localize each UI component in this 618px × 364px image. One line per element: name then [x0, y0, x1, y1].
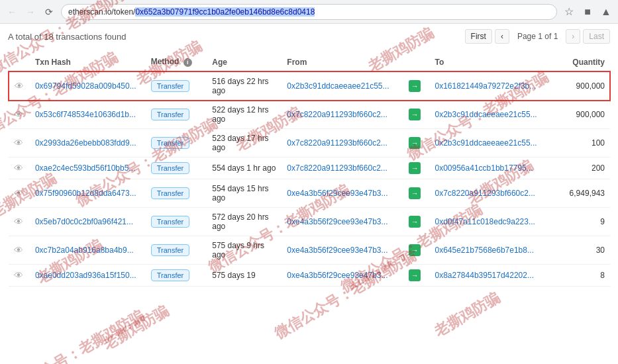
- table-row: 👁 0x5eb7d0c0c2bf0a96f421... Transfer 572…: [9, 208, 610, 236]
- txn-hash-link[interactable]: 0xae0dd203ad936a15f150...: [35, 271, 136, 280]
- age-cell: 572 days 20 hrs ago: [207, 208, 282, 236]
- to-cell: 0xd0f47a11c018edc9a223...: [429, 208, 548, 236]
- method-badge: Transfer: [151, 109, 190, 120]
- age-cell: 575 days 19: [207, 265, 282, 287]
- transactions-table: Txn Hash Method i Age From To Quantity 👁…: [8, 53, 610, 287]
- eye-icon[interactable]: 👁: [15, 81, 24, 91]
- quantity-cell: 6,949,943: [548, 179, 610, 208]
- reload-button[interactable]: ⟳: [42, 5, 56, 19]
- txn-hash-link[interactable]: 0x53c6f748534e10636d1b...: [35, 110, 136, 119]
- from-cell: 0x2b3c91ddcaeeaee21c55...: [282, 71, 401, 101]
- txn-hash-link[interactable]: 0x2993da26ebebb083fdd9...: [35, 138, 136, 148]
- age-cell: 522 days 12 hrs ago: [207, 101, 282, 129]
- to-link[interactable]: 0x2b3c91ddcaeeaee21c55...: [435, 110, 537, 119]
- from-link[interactable]: 0xe4a3b56f29cee93e47b3...: [287, 217, 387, 226]
- bookmark-button[interactable]: ☆: [562, 5, 576, 19]
- back-button[interactable]: ←: [5, 5, 19, 19]
- quantity-value: 8: [600, 271, 605, 280]
- from-link[interactable]: 0x7c8220a911293bf660c2...: [287, 163, 387, 173]
- method-badge: Transfer: [151, 269, 190, 281]
- to-cell: 0x161821449a79272e2f3b...: [429, 71, 548, 101]
- eye-icon[interactable]: 👁: [14, 188, 23, 199]
- to-link[interactable]: 0x645e21b7568e6b7e1b8...: [435, 246, 533, 255]
- quantity-value: 30: [596, 246, 605, 255]
- txn-hash-link[interactable]: 0xc7b2a04ab916a8ba4b9...: [35, 246, 134, 255]
- age-text: 516 days 22 hrs ago: [212, 77, 268, 95]
- age-text: 575 days 19: [212, 271, 255, 280]
- eye-cell: 👁: [9, 129, 30, 158]
- from-cell: 0x7c8220a911293bf660c2...: [282, 101, 401, 129]
- watermark: 老撕鸡防骗: [99, 301, 172, 355]
- extensions-button[interactable]: ■: [581, 5, 594, 19]
- first-page-button[interactable]: First: [465, 29, 492, 44]
- to-link[interactable]: 0x7c8220a911293bf660c2...: [435, 189, 535, 198]
- method-badge: Transfer: [151, 80, 190, 92]
- prev-page-button[interactable]: ‹: [495, 29, 509, 44]
- txn-hash-cell: 0xae2c4ec593bd56f10bb5...: [30, 158, 146, 179]
- from-link[interactable]: 0xe4a3b56f29cee93e47b3...: [287, 271, 387, 280]
- from-link[interactable]: 0x7c8220a911293bf660c2...: [287, 110, 387, 119]
- method-badge: Transfer: [151, 162, 190, 174]
- address-bar[interactable]: etherscan.io/token/0x652a3b07971f9cc1b0a…: [61, 4, 557, 20]
- next-page-button[interactable]: ›: [566, 29, 580, 44]
- txn-hash-link[interactable]: 0x75f90960b12d8dda6473...: [35, 189, 136, 198]
- from-link[interactable]: 0xe4a3b56f29cee93e47b3...: [287, 246, 387, 255]
- to-link[interactable]: 0x00956a41ccb1bb17795...: [435, 163, 533, 173]
- col-to: To: [429, 53, 548, 71]
- txn-hash-link[interactable]: 0x5eb7d0c0c2bf0a96f421...: [35, 217, 133, 226]
- arrow-icon: →: [409, 162, 421, 174]
- to-link[interactable]: 0x2b3c91ddcaeeaee21c55...: [435, 138, 537, 148]
- method-cell: Transfer: [146, 179, 207, 208]
- table-row: 👁 0x75f90960b12d8dda6473... Transfer 554…: [9, 179, 610, 208]
- txn-hash-link[interactable]: 0x69794fd59028a009b450...: [35, 81, 136, 91]
- age-text: 575 days 9 hrs ago: [212, 241, 264, 259]
- eye-icon[interactable]: 👁: [14, 163, 23, 173]
- eye-cell: 👁: [9, 208, 30, 236]
- col-arrow: [401, 53, 429, 71]
- to-link[interactable]: 0x161821449a79272e2f3b...: [435, 81, 536, 91]
- arrow-icon: →: [409, 187, 421, 199]
- col-method: Method i: [146, 53, 207, 71]
- eye-icon[interactable]: 👁: [14, 138, 23, 148]
- forward-button[interactable]: →: [24, 5, 37, 19]
- eye-icon[interactable]: 👁: [14, 109, 23, 120]
- txn-hash-cell: 0x69794fd59028a009b450...: [30, 71, 146, 101]
- to-link[interactable]: 0x8a27844b39517d42202...: [435, 271, 533, 280]
- from-link[interactable]: 0x7c8220a911293bf660c2...: [287, 138, 387, 148]
- eye-cell: 👁: [9, 265, 30, 287]
- from-cell: 0x7c8220a911293bf660c2...: [282, 158, 401, 179]
- quantity-cell: 30: [548, 236, 610, 265]
- profile-button[interactable]: ▲: [599, 5, 613, 19]
- to-link[interactable]: 0xd0f47a11c018edc9a223...: [435, 217, 535, 226]
- arrow-cell: →: [401, 179, 429, 208]
- last-page-button[interactable]: Last: [583, 29, 610, 44]
- method-cell: Transfer: [146, 265, 207, 287]
- method-info-icon[interactable]: i: [183, 58, 192, 67]
- arrow-icon: →: [409, 269, 421, 281]
- eye-icon[interactable]: 👁: [14, 245, 23, 255]
- to-cell: 0x2b3c91ddcaeeaee21c55...: [429, 129, 548, 158]
- from-cell: 0x7c8220a911293bf660c2...: [282, 129, 401, 158]
- col-from: From: [282, 53, 401, 71]
- quantity-cell: 9: [548, 208, 610, 236]
- to-cell: 0x8a27844b39517d42202...: [429, 265, 548, 287]
- quantity-value: 900,000: [576, 81, 605, 91]
- table-header-row: Txn Hash Method i Age From To Quantity: [9, 53, 610, 71]
- arrow-cell: →: [401, 71, 429, 101]
- txn-hash-link[interactable]: 0xae2c4ec593bd56f10bb5...: [35, 163, 135, 173]
- col-quantity: Quantity: [548, 53, 610, 71]
- from-link[interactable]: 0x2b3c91ddcaeeaee21c55...: [287, 81, 389, 91]
- eye-icon[interactable]: 👁: [14, 216, 23, 227]
- page-content: A total of 18 transactions found First ‹…: [0, 24, 618, 292]
- watermark: 老撕鸡防骗: [431, 288, 503, 341]
- method-badge: Transfer: [151, 244, 190, 256]
- from-cell: 0xe4a3b56f29cee93e47b3...: [282, 208, 401, 236]
- method-cell: Transfer: [146, 129, 207, 158]
- table-row: 👁 0xae2c4ec593bd56f10bb5... Transfer 554…: [9, 158, 610, 179]
- eye-icon[interactable]: 👁: [14, 270, 23, 281]
- to-cell: 0x00956a41ccb1bb17795...: [429, 158, 548, 179]
- from-link[interactable]: 0xe4a3b56f29cee93e47b3...: [287, 189, 387, 198]
- arrow-cell: →: [401, 265, 429, 287]
- quantity-cell: 900,000: [548, 71, 610, 101]
- result-count: A total of 18 transactions found: [8, 32, 127, 42]
